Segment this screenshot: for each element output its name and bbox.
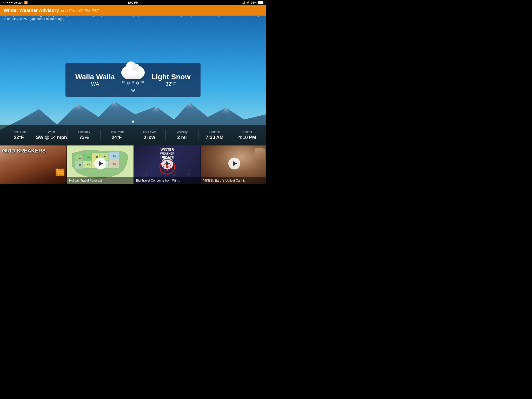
condition-text: Light Snow bbox=[149, 73, 193, 81]
play-button-holiday[interactable] bbox=[94, 157, 106, 169]
update-timestamp: As of 9:45 AM PST (Updated a moment ago) bbox=[3, 17, 64, 21]
scroll-indicator bbox=[132, 121, 134, 123]
svg-text:60: 60 bbox=[79, 164, 81, 166]
stats-bar: Feels Like 22°F Wind SW @ 14 mph Humidit… bbox=[0, 125, 266, 145]
advisory-title: Winter Weather Advisory bbox=[4, 8, 59, 13]
visibility-label: Visibility bbox=[166, 130, 198, 134]
video-row: GRID BREAKERS The Weather Channel FORECA… bbox=[0, 145, 266, 184]
uv-value: 0 low bbox=[133, 135, 166, 140]
dew-point-value: 24°F bbox=[101, 135, 133, 140]
weather-condition-info: Light Snow 32°F bbox=[149, 73, 193, 87]
stat-humidity: Humidity 73% bbox=[68, 130, 100, 140]
video-card-winter-update[interactable]: WINTER WEATHER UPDATE Big Travel Concern… bbox=[134, 145, 201, 184]
bluetooth-icon: ⚡ bbox=[246, 1, 250, 4]
wind-value: SW @ 14 mph bbox=[35, 135, 68, 140]
signal-dot-2 bbox=[5, 2, 6, 3]
cloud-shape bbox=[121, 66, 145, 79]
stat-visibility: Visibility 2 mi bbox=[166, 130, 198, 140]
condition-temp: 32°F bbox=[149, 81, 193, 87]
battery-icon bbox=[258, 1, 263, 4]
svg-text:72: 72 bbox=[113, 163, 116, 165]
weather-card: Walla Walla WA ❄ ❄ ❄ ❄ ❄ ❄ Light Snow 32… bbox=[65, 63, 201, 97]
ugly-title: YIKES!: Earth's Ugliest Canni... bbox=[201, 177, 266, 184]
stat-sunrise: Sunrise 7:33 AM bbox=[198, 130, 231, 140]
signal-dot-4 bbox=[9, 2, 10, 3]
svg-text:52: 52 bbox=[113, 155, 116, 157]
status-time: 1:00 PM bbox=[128, 1, 138, 4]
play-arrow-icon-3 bbox=[233, 161, 237, 166]
humidity-label: Humidity bbox=[68, 130, 100, 134]
video-card-grid-breakers[interactable]: GRID BREAKERS The Weather Channel bbox=[0, 145, 66, 184]
video-card-ugly[interactable]: YIKES!: Earth's Ugliest Canni... bbox=[201, 145, 266, 184]
carrier-label: Verizon bbox=[14, 1, 23, 4]
weather-icon-area: ❄ ❄ ❄ ❄ ❄ ❄ bbox=[117, 66, 149, 94]
visibility-value: 2 mi bbox=[166, 135, 198, 140]
stat-sunset: Sunset 4:10 PM bbox=[231, 130, 263, 140]
weather-main: • • • • • • • • • • • • • * * * * * * * … bbox=[0, 16, 266, 145]
advisory-banner: Winter Weather Advisory until Fri, 1:00 … bbox=[0, 5, 266, 16]
holiday-travel-title: Holiday Travel Forecast bbox=[67, 177, 134, 184]
dew-point-label: Dew Point bbox=[101, 130, 133, 134]
stat-dew-point: Dew Point 24°F bbox=[101, 130, 133, 140]
sunrise-value: 7:33 AM bbox=[198, 135, 231, 140]
humidity-value: 73% bbox=[68, 135, 100, 140]
play-button-ugly[interactable] bbox=[228, 157, 240, 169]
feels-like-label: Feels Like bbox=[3, 130, 35, 134]
grid-breakers-title: GRID BREAKERS bbox=[2, 148, 46, 154]
location-city: Walla Walla bbox=[73, 73, 117, 81]
signal-dot-3 bbox=[7, 2, 8, 3]
signal-dot-5 bbox=[11, 2, 12, 3]
sunset-value: 4:10 PM bbox=[231, 135, 263, 140]
location-state: WA bbox=[73, 81, 117, 87]
weather-channel-logo: The Weather Channel bbox=[56, 169, 64, 176]
wind-label: Wind bbox=[35, 130, 68, 134]
video-card-holiday-travel[interactable]: FORECAST HIGHS AND WEATHER SUNDAY 42 bbox=[67, 145, 134, 184]
crosshair-icon bbox=[159, 159, 175, 175]
winter-update-title: Big Travel Concerns from Win... bbox=[134, 177, 201, 184]
signal-dot-1 bbox=[3, 2, 4, 3]
svg-text:65: 65 bbox=[87, 163, 90, 166]
sunrise-label: Sunrise bbox=[198, 130, 231, 134]
status-left: Verizon 📶 bbox=[3, 1, 28, 4]
play-arrow-icon bbox=[99, 161, 103, 166]
status-right: 🌙 ⚡ 93% bbox=[242, 1, 263, 4]
feels-like-value: 22°F bbox=[3, 135, 35, 140]
svg-text:42: 42 bbox=[79, 157, 81, 159]
stat-wind: Wind SW @ 14 mph bbox=[35, 130, 68, 140]
location-info: Walla Walla WA bbox=[73, 73, 117, 87]
battery-label: 93% bbox=[251, 1, 257, 4]
svg-text:48: 48 bbox=[104, 155, 106, 157]
status-bar: Verizon 📶 1:00 PM 🌙 ⚡ 93% bbox=[0, 0, 266, 5]
uv-label: UV Level bbox=[133, 130, 166, 134]
moon-icon: 🌙 bbox=[242, 1, 245, 4]
stat-feels-like: Feels Like 22°F bbox=[3, 130, 35, 140]
signal-strength bbox=[3, 2, 12, 3]
wifi-icon: 📶 bbox=[24, 1, 28, 4]
snowflakes-decoration: ❄ ❄ ❄ ❄ ❄ ❄ bbox=[121, 80, 145, 94]
snow-cloud-icon: ❄ ❄ ❄ ❄ ❄ ❄ bbox=[121, 66, 145, 94]
sunset-label: Sunset bbox=[231, 130, 263, 134]
stat-uv: UV Level 0 low bbox=[133, 130, 166, 140]
advisory-subtitle: until Fri, 1:00 PM PST bbox=[61, 8, 99, 13]
svg-text:38: 38 bbox=[87, 156, 90, 158]
